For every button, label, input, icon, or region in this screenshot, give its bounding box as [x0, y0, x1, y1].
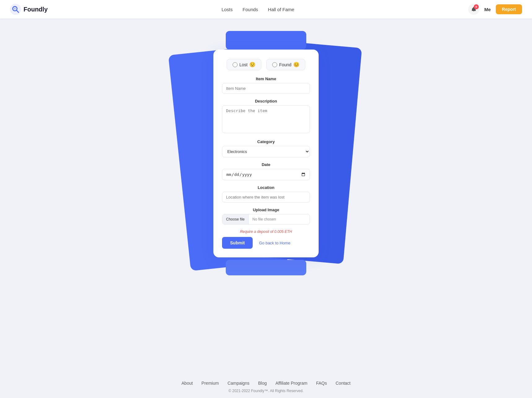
form-card: Lost 😟 Found 😊 Item Name Description [213, 50, 319, 257]
navbar-right: 6 Me Report [468, 4, 522, 15]
location-input[interactable] [222, 192, 310, 203]
go-back-link[interactable]: Go back to Home [259, 241, 290, 245]
footer-link-premium[interactable]: Premium [202, 381, 219, 386]
report-button[interactable]: Report [496, 4, 522, 14]
deco-bottom [226, 260, 306, 275]
report-type-group: Lost 😟 Found 😊 [222, 59, 310, 70]
item-name-group: Item Name [222, 77, 310, 94]
description-group: Description [222, 99, 310, 134]
radio-lost-label: Lost [239, 62, 247, 67]
radio-found-option[interactable]: Found 😊 [266, 59, 305, 70]
notification-badge: 6 [474, 4, 479, 9]
footer-links: About Premium Campaigns Blog Affiliate P… [0, 381, 532, 386]
date-label: Date [222, 162, 310, 167]
description-label: Description [222, 99, 310, 103]
footer-link-affiliate[interactable]: Affiliate Program [275, 381, 307, 386]
no-file-text: No file chosen [249, 214, 280, 224]
category-group: Category Electronics Clothing Accessorie… [222, 139, 310, 157]
navbar-nav: Losts Founds Hall of Fame [221, 7, 294, 12]
nav-losts[interactable]: Losts [221, 7, 233, 12]
footer-link-faqs[interactable]: FAQs [316, 381, 327, 386]
svg-point-3 [14, 8, 16, 10]
radio-found-input[interactable] [272, 62, 277, 67]
location-label: Location [222, 185, 310, 190]
found-emoji: 😊 [293, 62, 299, 68]
upload-label: Upload Image [222, 208, 310, 212]
submit-area: Submit Go back to Home [222, 237, 310, 249]
logo-icon [10, 4, 21, 15]
lost-emoji: 😟 [249, 62, 255, 68]
footer-link-contact[interactable]: Contact [336, 381, 351, 386]
category-select[interactable]: Electronics Clothing Accessories Documen… [222, 146, 310, 157]
notification-button[interactable]: 6 [468, 4, 479, 15]
footer-link-campaigns[interactable]: Campaigns [228, 381, 250, 386]
navbar: Foundly Losts Founds Hall of Fame 6 Me R… [0, 0, 532, 19]
main-content: Lost 😟 Found 😊 Item Name Description [0, 19, 532, 373]
footer-copyright: © 2021-2022 Foundly™. All Rights Reserve… [0, 389, 532, 393]
date-input[interactable] [222, 169, 310, 180]
radio-found-label: Found [279, 62, 291, 67]
item-name-input[interactable] [222, 83, 310, 94]
submit-button[interactable]: Submit [222, 237, 253, 249]
deposit-note: Require a deposit of 0.005 ETH [222, 230, 310, 234]
footer-link-blog[interactable]: Blog [258, 381, 267, 386]
location-group: Location [222, 185, 310, 203]
brand-logo[interactable]: Foundly [10, 4, 48, 15]
footer: About Premium Campaigns Blog Affiliate P… [0, 373, 532, 398]
deco-top [226, 31, 306, 50]
me-button[interactable]: Me [484, 7, 491, 12]
radio-lost-input[interactable] [233, 62, 238, 67]
choose-file-button[interactable]: Choose file [222, 214, 249, 224]
nav-founds[interactable]: Founds [242, 7, 258, 12]
description-input[interactable] [222, 105, 310, 133]
nav-hall-of-fame[interactable]: Hall of Fame [268, 7, 294, 12]
file-upload-wrapper: Choose file No file chosen [222, 214, 310, 225]
upload-image-group: Upload Image Choose file No file chosen [222, 208, 310, 225]
item-name-label: Item Name [222, 77, 310, 81]
brand-name: Foundly [24, 6, 48, 13]
date-group: Date [222, 162, 310, 180]
footer-link-about[interactable]: About [181, 381, 193, 386]
radio-lost-option[interactable]: Lost 😟 [227, 59, 261, 70]
category-label: Category [222, 139, 310, 144]
card-stack-outer: Lost 😟 Found 😊 Item Name Description [189, 37, 343, 270]
